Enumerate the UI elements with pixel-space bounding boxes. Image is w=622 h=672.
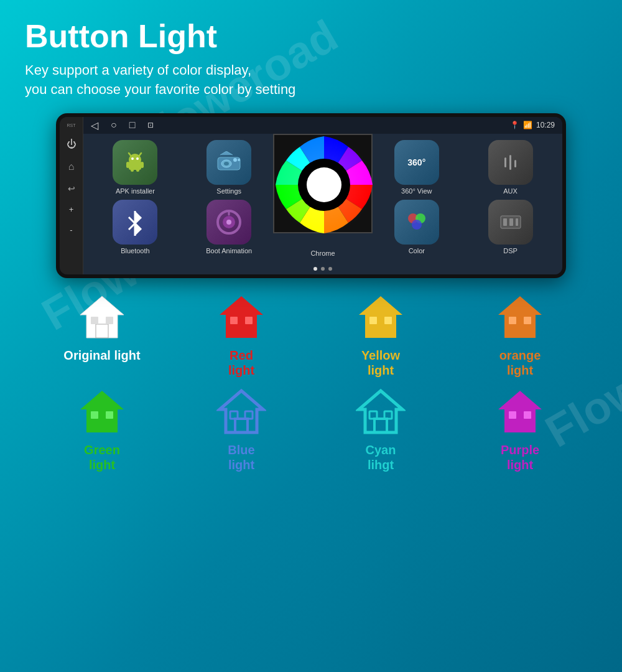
svg-rect-49 <box>509 317 516 324</box>
nav-icons: ◁ ○ □ ⊡ <box>91 119 154 131</box>
light-item-orange[interactable]: orangelight <box>455 293 585 378</box>
svg-point-30 <box>412 220 422 230</box>
car-screen: RST ⏻ ⌂ ↩ + - ◁ ○ □ ⊡ 📍 <box>56 113 566 278</box>
lights-grid: Original light Redlight Yellowlight <box>25 293 597 472</box>
color-label: Color <box>409 247 425 254</box>
dsp-icon <box>488 200 533 245</box>
bluetooth-icon <box>113 200 157 245</box>
view360-label: 360° View <box>401 187 432 195</box>
power-button[interactable]: ⏻ <box>67 139 77 150</box>
svg-point-12 <box>224 162 229 166</box>
app-grid: APK installer <box>83 134 562 263</box>
location-icon: 📍 <box>510 121 519 129</box>
svg-point-2 <box>131 157 134 160</box>
light-item-original[interactable]: Original light <box>37 293 167 378</box>
home-nav-icon[interactable]: ○ <box>111 119 117 131</box>
page-dot-2[interactable] <box>321 267 325 271</box>
light-item-green[interactable]: Greenlight <box>37 388 167 472</box>
status-right: 📍 📶 10:29 <box>510 121 555 129</box>
boot-anim-icon <box>207 200 251 245</box>
light-item-cyan[interactable]: Cyanlihgt <box>316 388 445 472</box>
side-buttons-panel: RST ⏻ ⌂ ↩ + - <box>60 117 83 274</box>
svg-marker-55 <box>220 391 263 432</box>
svg-rect-48 <box>514 324 526 338</box>
svg-rect-6 <box>126 162 129 168</box>
svg-rect-20 <box>509 155 511 170</box>
boot-anim-label: Boot Animation <box>206 247 252 254</box>
apk-icon <box>113 140 157 185</box>
svg-rect-50 <box>524 317 531 324</box>
svg-rect-32 <box>503 218 507 226</box>
back-nav-icon[interactable]: ◁ <box>91 119 98 131</box>
app-item-bluetooth[interactable]: Bluetooth <box>91 200 180 257</box>
green-label: Greenlight <box>84 442 120 472</box>
svg-rect-66 <box>524 411 531 419</box>
light-item-blue[interactable]: Bluelight <box>177 388 306 472</box>
settings-icon <box>207 140 251 185</box>
svg-point-13 <box>233 158 237 162</box>
svg-rect-44 <box>374 324 387 338</box>
svg-rect-34 <box>516 218 518 226</box>
status-bar: ◁ ○ □ ⊡ 📍 📶 10:29 <box>83 117 562 134</box>
view360-icon: 360° <box>394 140 439 185</box>
page-dot-3[interactable] <box>328 267 332 271</box>
dsp-label: DSP <box>503 247 518 254</box>
blue-label: Bluelight <box>228 442 254 472</box>
svg-rect-41 <box>230 317 238 324</box>
svg-rect-21 <box>514 160 516 167</box>
bluetooth-label: Bluetooth <box>121 247 149 254</box>
app-item-apk[interactable]: APK installer <box>91 140 180 195</box>
svg-rect-65 <box>509 411 516 419</box>
svg-rect-45 <box>369 317 377 324</box>
app-item-aux[interactable]: AUX <box>466 140 555 195</box>
page-dot-1[interactable] <box>313 267 317 271</box>
svg-rect-52 <box>96 419 108 432</box>
subtitle: Key support a variety of color display, … <box>25 61 597 100</box>
svg-rect-37 <box>91 317 98 324</box>
orange-label: orangelight <box>499 348 541 378</box>
vol-down-button[interactable]: - <box>70 225 72 235</box>
yellow-label: Yellowlight <box>361 348 400 378</box>
light-item-purple[interactable]: Purplelight <box>455 388 585 472</box>
apk-label: APK installer <box>116 187 155 195</box>
menu-nav-icon[interactable]: ⊡ <box>147 121 154 129</box>
svg-rect-46 <box>384 317 392 324</box>
light-item-red[interactable]: Redlight <box>177 293 306 378</box>
back-button[interactable]: ↩ <box>68 184 75 194</box>
app-item-color[interactable]: Color <box>372 200 461 257</box>
house-icon-orange <box>495 293 545 343</box>
app-item-dsp[interactable]: DSP <box>466 200 555 257</box>
app-item-settings[interactable]: Settings <box>185 140 274 195</box>
settings-label: Settings <box>216 187 241 195</box>
red-label: Redlight <box>228 348 254 378</box>
vol-up-button[interactable]: + <box>69 205 74 214</box>
svg-rect-64 <box>514 419 526 432</box>
svg-rect-33 <box>509 218 513 226</box>
app-item-boot-anim[interactable]: Boot Animation <box>185 200 274 257</box>
home-button[interactable]: ⌂ <box>68 161 75 172</box>
purple-label: Purplelight <box>501 442 539 472</box>
house-icon-green <box>77 388 127 437</box>
house-icon-blue <box>216 388 266 437</box>
light-item-yellow[interactable]: Yellowlight <box>316 293 445 378</box>
svg-rect-38 <box>106 317 113 324</box>
svg-line-5 <box>139 153 141 156</box>
screen-inner: RST ⏻ ⌂ ↩ + - ◁ ○ □ ⊡ 📍 <box>60 117 562 274</box>
color-icon <box>394 200 439 245</box>
svg-rect-53 <box>91 411 98 419</box>
svg-line-4 <box>129 153 131 156</box>
svg-rect-40 <box>235 324 248 338</box>
android-screen: ◁ ○ □ ⊡ 📍 📶 10:29 <box>83 117 562 274</box>
aux-label: AUX <box>503 187 518 195</box>
house-icon-cyan <box>356 388 406 437</box>
app-item-view360[interactable]: 360° 360° View <box>372 140 461 195</box>
svg-marker-59 <box>359 391 402 432</box>
recents-nav-icon[interactable]: □ <box>129 119 136 131</box>
house-icon-purple <box>495 388 545 437</box>
aux-icon <box>488 140 533 185</box>
subtitle-line1: Key support a variety of color display, <box>25 62 251 78</box>
color-wheel-svg <box>274 135 374 235</box>
rst-button[interactable]: RST <box>67 123 76 128</box>
color-wheel-popup[interactable] <box>279 140 368 257</box>
svg-rect-54 <box>106 411 113 419</box>
